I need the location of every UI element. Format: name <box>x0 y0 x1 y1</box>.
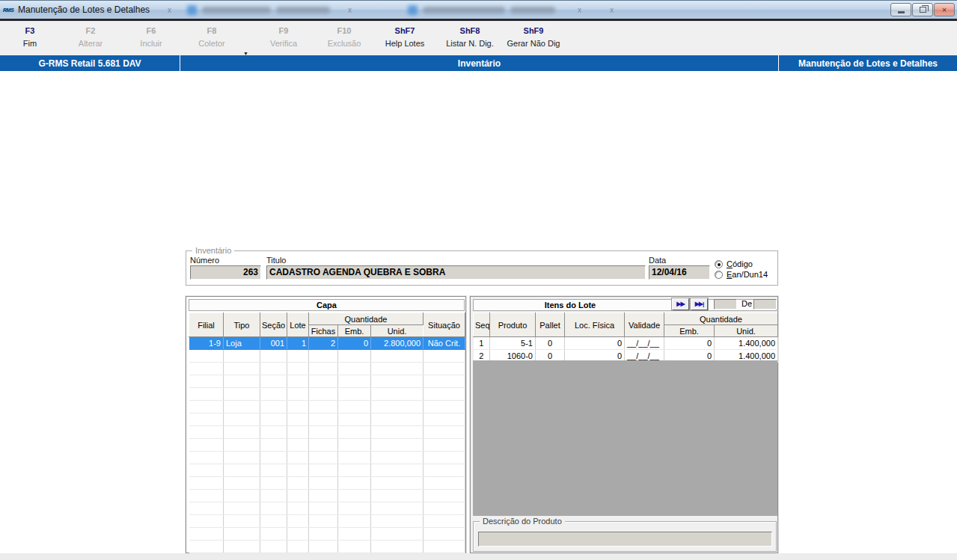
capa-empty-row[interactable] <box>189 350 465 363</box>
toolbar-button-help-lotes[interactable]: ShF7 Help Lotes <box>378 26 432 48</box>
numero-field[interactable]: 263 <box>190 265 261 280</box>
blurred-tab[interactable] <box>408 4 555 16</box>
status-header-bar: G-RMS Retail 5.681 DAV Inventário Manute… <box>0 55 957 71</box>
data-field[interactable]: 12/04/16 <box>649 265 710 280</box>
close-icon: × <box>942 5 947 14</box>
titulo-label: Titulo <box>266 256 287 265</box>
rms-logo-icon: RMS <box>3 5 15 15</box>
restore-icon <box>920 7 926 13</box>
capa-panel-title: Capa <box>189 299 465 311</box>
capa-col-fichas[interactable]: Fichas <box>309 325 338 337</box>
toolbar: F3 Fim F2 Alterar F6 Incluir F8 Coletor … <box>0 21 957 55</box>
capa-table-body: 1-9 Loja 001 1 2 0 2.800,000 Não Crit. <box>189 337 465 553</box>
radio-codigo-icon <box>715 260 723 268</box>
toolbar-button-fim[interactable]: F3 Fim <box>7 26 52 48</box>
capa-empty-row[interactable] <box>189 375 465 388</box>
capa-empty-row[interactable] <box>189 541 465 553</box>
capa-col-emb[interactable]: Emb. <box>338 325 371 337</box>
data-label: Data <box>649 256 666 265</box>
capa-col-unid[interactable]: Unid. <box>371 325 424 337</box>
capa-table: Filial Tipo Seção Lote Quantidade Situaç… <box>189 313 465 553</box>
next-page-button[interactable]: ▶▶ <box>672 298 689 310</box>
titulo-field[interactable]: CADASTRO AGENDA QUEBRA E SOBRA <box>266 265 646 280</box>
double-arrow-right-icon: ▶▶ <box>676 301 684 307</box>
capa-panel: Capa Filial Tipo Seção Lote Quantidade S… <box>186 296 466 553</box>
itens-col-unid[interactable]: Unid. <box>715 325 778 337</box>
itens-panel-title: Itens do Lote <box>474 300 667 310</box>
itens-col-validade[interactable]: Validade <box>625 313 664 337</box>
capa-empty-row[interactable] <box>189 528 465 541</box>
tab-close-icon[interactable]: x <box>348 6 352 14</box>
de-to-field[interactable] <box>753 299 777 310</box>
itens-table-body: 1 5-1 0 0 __/__/__ 0 1.400,000 2 1060-0 … <box>474 337 778 363</box>
last-page-button[interactable]: ▶▶| <box>691 298 708 310</box>
toolbar-button-incluir: F6 Incluir <box>129 26 174 48</box>
itens-panel: Itens do Lote ▶▶ ▶▶| De Seq Produto Pall… <box>470 296 778 553</box>
capa-empty-row[interactable] <box>189 426 465 439</box>
itens-empty-area <box>473 360 777 516</box>
numero-label: Número <box>190 256 219 265</box>
capa-row-selected[interactable]: 1-9 Loja 001 1 2 0 2.800,000 Não Crit. <box>189 337 465 350</box>
toolbar-button-alterar: F2 Alterar <box>68 26 113 48</box>
descricao-field[interactable] <box>478 532 772 547</box>
minimize-button[interactable] <box>890 3 911 16</box>
module-label: Inventário <box>180 55 779 71</box>
radio-codigo[interactable]: Código <box>715 259 753 268</box>
toolbar-button-listar-n-dig[interactable]: ShF8 Listar N. Dig. <box>438 26 502 48</box>
screen-label: Manutenção de Lotes e Detalhes <box>779 55 957 71</box>
window-title: Manutenção de Lotes e Detalhes <box>18 4 150 15</box>
inventario-group: Inventário Número 263 Titulo CADASTRO AG… <box>186 250 778 286</box>
inventario-group-label: Inventário <box>192 246 234 255</box>
tab-close-icon[interactable]: x <box>168 6 171 14</box>
double-arrow-right-bar-icon: ▶▶| <box>695 301 704 307</box>
tab-close-icon[interactable]: x <box>610 6 614 14</box>
de-label: De <box>742 299 752 308</box>
capa-empty-row[interactable] <box>189 515 465 528</box>
capa-empty-row[interactable] <box>189 502 465 515</box>
capa-col-tipo[interactable]: Tipo <box>224 313 260 337</box>
tab-app-icon <box>408 5 418 15</box>
toolbar-button-verifica: F9 Verifica <box>258 26 309 48</box>
toolbar-button-coletor: F8 Coletor <box>189 26 234 48</box>
capa-empty-row[interactable] <box>189 401 465 413</box>
itens-col-emb[interactable]: Emb. <box>664 325 715 337</box>
tab-close-icon[interactable]: x <box>578 6 581 14</box>
toolbar-button-exclusao: F10 Exclusão <box>318 26 370 48</box>
blurred-tab[interactable] <box>187 4 330 16</box>
capa-empty-row[interactable] <box>189 439 465 452</box>
capa-empty-row[interactable] <box>189 363 465 375</box>
radio-ean-icon <box>715 271 723 279</box>
itens-col-seq[interactable]: Seq <box>474 313 490 337</box>
radio-ean-dun14[interactable]: Ean/Dun14 <box>715 270 768 279</box>
itens-row[interactable]: 1 5-1 0 0 __/__/__ 0 1.400,000 <box>474 337 778 350</box>
close-button[interactable]: × <box>934 3 955 16</box>
capa-col-situacao[interactable]: Situação <box>424 313 465 337</box>
capa-empty-row[interactable] <box>189 464 465 477</box>
main-area: Inventário Número 263 Titulo CADASTRO AG… <box>0 71 957 553</box>
capa-col-secao[interactable]: Seção <box>260 313 287 337</box>
capa-empty-row[interactable] <box>189 490 465 502</box>
itens-col-pallet[interactable]: Pallet <box>536 313 565 337</box>
title-bar: RMS Manutenção de Lotes e Detalhes x x x… <box>0 0 957 19</box>
itens-col-produto[interactable]: Produto <box>490 313 536 337</box>
tab-app-icon <box>187 5 197 15</box>
restore-button[interactable] <box>912 3 933 16</box>
descricao-group: Descrição do Produto <box>473 521 777 552</box>
minimize-icon <box>898 11 905 13</box>
bottom-strip <box>0 553 957 560</box>
capa-col-lote[interactable]: Lote <box>287 313 309 337</box>
de-from-field[interactable] <box>714 299 737 310</box>
app-version-label: G-RMS Retail 5.681 DAV <box>0 55 180 71</box>
capa-empty-row[interactable] <box>189 452 465 464</box>
itens-table: Seq Produto Pallet Loc. Física Validade … <box>473 313 778 363</box>
itens-col-loc-fisica[interactable]: Loc. Física <box>565 313 625 337</box>
toolbar-button-gerar-nao-dig[interactable]: ShF9 Gerar Não Dig <box>500 26 567 48</box>
capa-col-filial[interactable]: Filial <box>189 313 224 337</box>
capa-empty-row[interactable] <box>189 388 465 401</box>
descricao-group-label: Descrição do Produto <box>480 517 565 526</box>
itens-col-quantidade: Quantidade <box>664 313 778 325</box>
capa-empty-row[interactable] <box>189 477 465 490</box>
capa-col-quantidade: Quantidade <box>309 313 424 325</box>
capa-empty-row[interactable] <box>189 413 465 426</box>
